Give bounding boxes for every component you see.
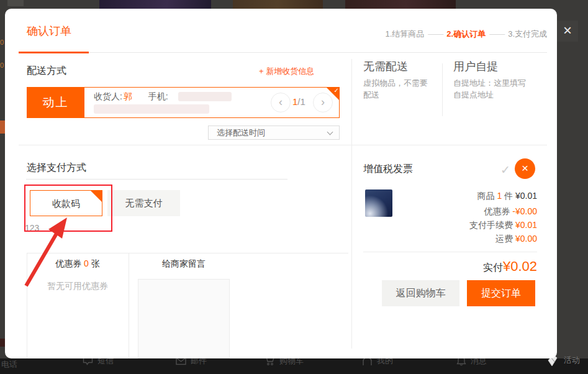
no-delivery-desc: 虚拟物品，不需要配送 <box>363 77 435 101</box>
confirm-order-modal: 确认订单 1.结算商品——2.确认订单——3.支付完成 配送方式 + 新增收货信… <box>5 9 557 358</box>
title-divider-accent <box>19 52 89 53</box>
prev-address-button[interactable]: ‹ <box>271 93 291 112</box>
payment-section-title: 选择支付方式 <box>27 162 86 175</box>
background-fragment <box>7 0 24 6</box>
phone-label: 手机: <box>135 91 168 101</box>
coupon-count: 0 <box>84 258 89 268</box>
chevron-down-icon <box>327 129 333 135</box>
page-title: 确认订单 <box>27 24 71 39</box>
address-page-indicator: 1/1 <box>292 96 305 107</box>
checkout-steps: 1.结算商品——2.确认订单——3.支付完成 <box>385 29 547 40</box>
footer-item-label: 电话 <box>1 359 17 370</box>
address-card[interactable]: 动上 ✓ 收货人:郭 手机: ‹ 1/1 › <box>27 87 340 118</box>
next-address-button[interactable]: › <box>313 93 333 112</box>
selected-check-icon: ✓ <box>90 190 102 203</box>
title-divider <box>19 52 547 53</box>
goods-count: 1 <box>497 191 502 201</box>
back-to-cart-button[interactable]: 返回购物车 <box>382 280 459 306</box>
lower-divider <box>27 253 348 253</box>
goods-price: ¥0.01 <box>515 191 537 201</box>
summary-goods-line: 商品 1 件 ¥0.01 <box>477 191 537 202</box>
coupon-value: -¥0.00 <box>512 206 537 216</box>
coupon-header: 优惠券 0 张 <box>27 258 129 270</box>
total-line: 实付¥0.02 <box>483 258 537 275</box>
background-banner-image <box>345 0 456 9</box>
total-value: ¥0.02 <box>503 258 537 274</box>
step-2-active: 2.确认订单 <box>446 29 486 39</box>
step-3: 3.支付完成 <box>508 29 547 39</box>
summary-shipping-line: 运费 ¥0.00 <box>495 234 537 245</box>
column-divider <box>351 59 352 349</box>
receiver-line: 收货人:郭 手机: <box>94 91 168 103</box>
invoice-section-title: 增值税发票 <box>363 163 413 176</box>
summary-divider <box>363 252 537 252</box>
submit-order-button[interactable]: 提交订单 <box>467 280 535 306</box>
footer-nav-bar: 电话 短信 邮件 购物车 我的 消息 活动 <box>0 358 588 374</box>
footer-item-phone[interactable]: 电话 <box>1 359 17 370</box>
annotation-arrow <box>17 209 86 293</box>
delivery-section-title: 配送方式 <box>27 65 66 78</box>
summary-coupon-line: 优惠券 -¥0.00 <box>484 206 537 217</box>
invoice-no-toggle[interactable]: × <box>515 158 535 179</box>
column-divider <box>442 63 443 116</box>
close-icon[interactable]: × <box>557 21 578 42</box>
payment-method-code-button[interactable]: 收款码 ✓ <box>30 190 102 216</box>
step-1: 1.结算商品 <box>385 29 424 39</box>
address-redacted <box>94 104 209 114</box>
payment-divider <box>26 179 287 180</box>
section-divider <box>19 145 547 145</box>
payment-method-none-button[interactable]: 无需支付 <box>107 190 180 216</box>
merchant-message-textarea[interactable] <box>138 279 230 358</box>
delivery-time-select[interactable]: 选择配送时间 <box>208 125 340 140</box>
payment-note: 123 <box>25 223 39 233</box>
footer-item-label: 活动 <box>564 355 580 366</box>
background-banner-image <box>233 0 323 9</box>
add-address-link[interactable]: + 新增收货信息 <box>259 66 314 77</box>
receiver-name: 郭 <box>122 91 132 101</box>
pickup-option[interactable]: 用户自提 <box>453 59 498 74</box>
shipping-value: ¥0.00 <box>515 234 537 244</box>
summary-fee-line: 支付手续费 ¥0.01 <box>469 220 537 231</box>
address-tag: 动上 <box>27 87 84 118</box>
product-thumbnail <box>365 189 392 217</box>
coupon-empty-text: 暂无可用优惠券 <box>27 281 129 292</box>
invoice-yes-toggle[interactable]: ✓ <box>500 163 510 177</box>
merchant-message-header: 给商家留言 <box>129 258 239 270</box>
pickup-desc: 自提地址：这里填写自提点地址 <box>453 77 531 101</box>
no-delivery-option[interactable]: 无需配送 <box>363 59 408 74</box>
fee-value: ¥0.01 <box>515 220 537 230</box>
background-banner-image <box>99 0 211 9</box>
phone-redacted <box>178 92 232 101</box>
